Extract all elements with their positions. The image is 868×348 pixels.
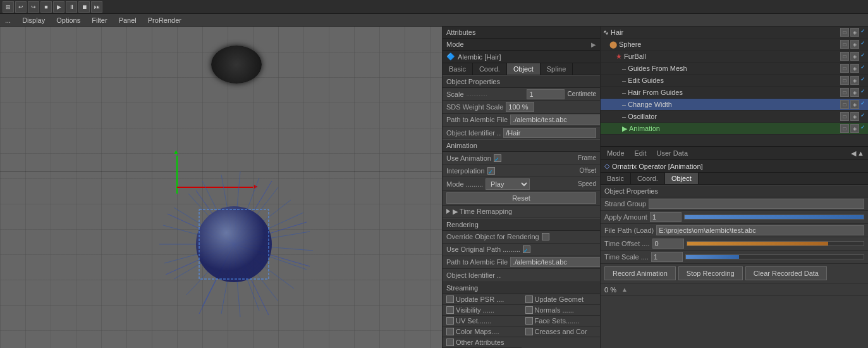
toolbar-icon-4[interactable]: ■ (40, 1, 52, 13)
tree-item-changewidth[interactable]: – Change Width □ ◈ ✓ (601, 99, 868, 111)
menu-item-filter[interactable]: Filter (89, 16, 109, 24)
vis-icon-editguides-2[interactable]: ◈ (850, 76, 859, 85)
clear-recorded-button[interactable]: Clear Recorded Data (745, 266, 827, 280)
nav-arrow-left[interactable]: ◀ (851, 149, 856, 158)
vis-icon-osc-1[interactable]: □ (840, 112, 849, 121)
vis-icon-guides-1[interactable]: □ (840, 64, 849, 73)
furball-dark (211, 46, 262, 84)
path-alembic-input[interactable] (510, 257, 601, 267)
vis-icon-furball-1[interactable]: □ (840, 52, 849, 61)
path-alembic-label: Path to Alembic File (446, 258, 508, 266)
stop-recording-button[interactable]: Stop Recording (678, 266, 743, 280)
mode-btn-edit[interactable]: Edit (632, 149, 649, 158)
vis-icon-hfg-2[interactable]: ◈ (850, 88, 859, 97)
vis-icon-anim-2[interactable]: ◈ (850, 124, 859, 133)
streaming-facesets-check[interactable] (525, 317, 533, 325)
anim-tab-basic[interactable]: Basic (601, 173, 631, 184)
menu-item-prorender[interactable]: ProRender (145, 16, 184, 24)
time-scale-input[interactable] (651, 252, 683, 262)
toolbar-icon-6[interactable]: ⏸ (66, 1, 77, 13)
tree-item-oscillator[interactable]: – Oscillator □ ◈ ✓ (601, 111, 868, 123)
vis-icon-hfg-1[interactable]: □ (840, 88, 849, 97)
menu-item-display[interactable]: Display (20, 16, 47, 24)
vis-icon-sphere-2[interactable]: ◈ (850, 40, 859, 49)
reset-button[interactable]: Reset (446, 192, 596, 204)
interpolation-checkbox[interactable] (487, 167, 495, 175)
anim-tab-coord[interactable]: Coord. (631, 173, 665, 184)
mode-arrow[interactable]: ▶ (591, 41, 596, 48)
vis-icon-furball-2[interactable]: ◈ (850, 52, 859, 61)
apply-amount-progress (684, 214, 864, 220)
vis-icon-anim-1[interactable]: □ (840, 124, 849, 133)
hair-icon: ∿ (603, 28, 609, 37)
mode-btn-userdata[interactable]: User Data (654, 149, 691, 158)
time-scale-progress (685, 254, 864, 259)
use-original-path-checkbox[interactable] (523, 245, 530, 253)
toolbar-icon-8[interactable]: ⏭ (91, 1, 102, 13)
use-animation-checkbox[interactable] (494, 154, 501, 162)
toolbar-icon-7[interactable]: ⏹ (78, 1, 90, 13)
override-checkbox[interactable] (542, 233, 549, 240)
tree-item-animation[interactable]: ▶ Animation □ ◈ ✓ (601, 123, 868, 135)
tree-item-furball[interactable]: ★ FurBall □ ◈ ✓ (601, 51, 868, 63)
tree-item-hair[interactable]: ∿ Hair □ ◈ ✓ (601, 27, 868, 39)
toolbar-icon-2[interactable]: ↩ (15, 1, 27, 13)
streaming-creases-check[interactable] (525, 328, 533, 335)
streaming-visibility-check[interactable] (446, 306, 454, 314)
path-input[interactable] (510, 115, 601, 125)
tab-coord[interactable]: Coord. (473, 63, 507, 75)
viewport[interactable] (0, 27, 443, 348)
vis-icon-2[interactable]: ◈ (850, 28, 859, 37)
tree-item-sphere[interactable]: ⬤ Sphere □ ◈ ✓ (601, 39, 868, 51)
vis-icon-1[interactable]: □ (840, 28, 849, 37)
visibility-icons-animation: □ ◈ ✓ (840, 124, 865, 133)
streaming-update-psr-check[interactable] (446, 295, 454, 303)
scale-dots: ............ (467, 90, 525, 97)
menu-item-options[interactable]: Options (54, 16, 83, 24)
menu-item-dots[interactable]: ... (3, 16, 13, 24)
vis-icon-cw-1[interactable]: □ (840, 100, 849, 109)
object-id-input[interactable] (503, 128, 596, 138)
tree-item-guides[interactable]: – Guides From Mesh □ ◈ ✓ (601, 63, 868, 75)
time-remapping-section[interactable]: ▶ Time Remapping (443, 206, 600, 218)
streaming-other-check[interactable] (446, 339, 454, 346)
section-streaming: Streaming (443, 282, 600, 294)
file-path-input[interactable] (656, 225, 864, 235)
nav-arrow-right[interactable]: ▲ (857, 149, 864, 158)
apply-amount-input[interactable] (650, 212, 682, 222)
object-id2-row: Object Identifier .. (443, 269, 600, 282)
vis-icon-sphere-1[interactable]: □ (840, 40, 849, 49)
strand-group-input[interactable] (649, 199, 864, 209)
vis-icon-guides-2[interactable]: ◈ (850, 64, 859, 73)
apply-amount-row: Apply Amount (601, 211, 868, 224)
streaming-update-geom-check[interactable] (525, 295, 533, 303)
time-offset-input[interactable] (652, 239, 684, 249)
record-animation-button[interactable]: Record Animation (604, 266, 676, 280)
tab-spline[interactable]: Spline (541, 63, 573, 75)
vis-icon-osc-2[interactable]: ◈ (850, 112, 859, 121)
tab-object[interactable]: Object (507, 63, 541, 75)
scale-input[interactable] (527, 89, 565, 99)
streaming-colormaps: Color Maps.... (443, 326, 522, 337)
visibility-icons-hair: □ ◈ ✓ (840, 28, 865, 37)
tab-basic[interactable]: Basic (443, 63, 473, 75)
toolbar-icon-3[interactable]: ↪ (28, 1, 39, 13)
menu-item-panel[interactable]: Panel (116, 16, 139, 24)
mode-anim-dropdown[interactable]: Play Loop Ping Pong (486, 178, 530, 190)
streaming-colormaps-check[interactable] (446, 328, 454, 335)
streaming-normals-check[interactable] (525, 306, 533, 314)
tree-item-hairfromguides[interactable]: – Hair From Guides □ ◈ ✓ (601, 87, 868, 99)
vis-icon-cw-2[interactable]: ◈ (850, 100, 859, 109)
toolbar-icon-1[interactable]: ⊞ (3, 1, 14, 13)
mode-btn-mode[interactable]: Mode (604, 149, 627, 158)
tree-item-editguides[interactable]: – Edit Guides □ ◈ ✓ (601, 75, 868, 87)
sds-input[interactable] (506, 102, 534, 112)
toolbar-icon-5[interactable]: ▶ (53, 1, 64, 13)
anim-operator-header: ◇ Ornatrix Operator [Animation] (601, 160, 868, 173)
grid-horizon (0, 171, 442, 172)
streaming-uvset-check[interactable] (446, 317, 454, 325)
progress-label: 0 % (604, 286, 616, 294)
vis-icon-editguides-1[interactable]: □ (840, 76, 849, 85)
streaming-update-psr-label: Update PSR .... (456, 295, 504, 303)
anim-tab-object[interactable]: Object (665, 173, 699, 184)
